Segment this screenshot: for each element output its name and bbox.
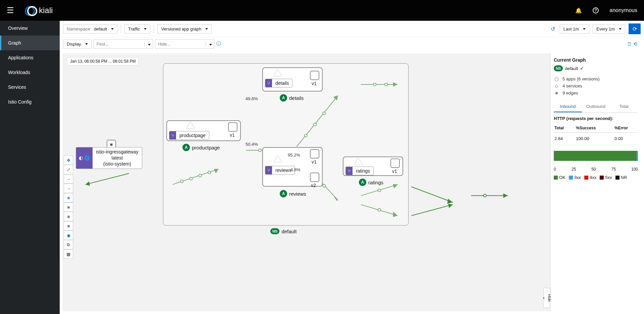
table-row: 2.84 100.00 0.00: [554, 133, 638, 145]
help-icon[interactable]: ?: [593, 7, 599, 13]
chevron-right-icon: »: [542, 297, 546, 299]
caret-down-icon: [583, 28, 586, 30]
map-tool[interactable]: ▦: [64, 249, 73, 259]
service-triangle-icon: [274, 155, 282, 162]
legend-item: NR: [615, 175, 627, 180]
service-productpage[interactable]: ⑂ productpage: [169, 131, 209, 140]
caret-down-icon: [111, 28, 114, 30]
sidebar-item-workloads[interactable]: Workloads: [0, 65, 60, 80]
canvas-area: Jan 13, 06:00:58 PM ... 06:01:58 PM ✥ ⤢ …: [62, 53, 641, 311]
find-input-wrap: [94, 39, 153, 49]
svg-marker-28: [448, 204, 453, 208]
sidebar-item-istio-config[interactable]: Istio Config: [0, 95, 60, 109]
layout5-tool[interactable]: ⋇: [64, 212, 73, 221]
layout3-tool[interactable]: ⋇: [64, 193, 73, 202]
hide-panel-button[interactable]: Hide »: [543, 288, 550, 308]
gateway-node[interactable]: ◐ 🌐 istio-ingressgateway latest (istio-s…: [76, 147, 142, 169]
version-productpage-v1[interactable]: [228, 122, 237, 132]
hide-dropdown[interactable]: [206, 42, 214, 47]
sidebar-item-overview[interactable]: Overview: [0, 21, 60, 36]
service-triangle-icon: [274, 69, 282, 76]
version-reviews-v1[interactable]: [310, 149, 319, 159]
find-input[interactable]: [94, 40, 144, 48]
tour-icon[interactable]: ⍰: [628, 41, 631, 47]
tab-outbound[interactable]: Outbound: [582, 101, 610, 112]
legend-item: OK: [554, 175, 566, 180]
sidebar-item-graph[interactable]: Graph: [0, 36, 60, 50]
layout6-tool[interactable]: ⋇: [64, 221, 73, 231]
caret-down-icon: [144, 28, 147, 30]
fit-tool[interactable]: ⤢: [64, 165, 73, 174]
app-name: kiali: [39, 6, 53, 15]
display-selector[interactable]: Display: [63, 40, 92, 49]
hamburger-menu[interactable]: ☰: [7, 6, 14, 15]
edges-icon: ⋇: [554, 90, 559, 96]
right-panel: Current Graph NS default ✔ ▢5 apps (6 ve…: [550, 53, 641, 311]
app-label-details: Adetails: [280, 94, 304, 102]
tab-total[interactable]: Total: [610, 101, 638, 112]
hide-input-wrap: [155, 39, 214, 49]
svg-marker-1: [85, 181, 90, 186]
namespace-label: NS default: [270, 228, 297, 234]
caret-down-icon: [85, 43, 88, 45]
svg-marker-31: [503, 193, 508, 198]
version-ratings-v1[interactable]: [390, 159, 400, 168]
panel-tabs: Inbound Outbound Total: [554, 101, 638, 113]
drag-tool[interactable]: ✥: [64, 155, 73, 165]
caret-down-icon: [205, 28, 208, 30]
app-label-ratings: Aratings: [359, 179, 383, 186]
hide-input[interactable]: [155, 40, 206, 48]
services-icon: ◇: [554, 83, 559, 88]
secondary-toolbar: Display ⓘ ⍰ ⟲: [60, 37, 644, 51]
app-label-productpage: Aproductpage: [182, 144, 220, 151]
bell-icon[interactable]: 🔔: [575, 7, 582, 14]
legend-tool[interactable]: ◉: [64, 231, 73, 240]
service-triangle-icon: [354, 158, 362, 165]
branch-icon: ⑂: [346, 167, 353, 175]
legend-item: 4xx: [584, 175, 596, 180]
settings-tool[interactable]: ⚙: [64, 240, 73, 249]
layout1-tool[interactable]: →: [64, 174, 73, 184]
version-reviews-v2[interactable]: [310, 173, 319, 182]
replay-icon[interactable]: ⟲: [633, 41, 637, 47]
gateway-icon: ◐ 🌐: [76, 147, 93, 169]
check-icon: ✔: [580, 66, 584, 71]
primary-toolbar: Namespace: default Traffic Versioned app…: [60, 21, 644, 37]
info-icon[interactable]: ⓘ: [216, 41, 221, 47]
kiali-logo-icon: [25, 5, 36, 16]
service-ratings[interactable]: ⑂ ratings: [345, 167, 374, 175]
branch-icon: ⑂: [265, 166, 272, 174]
tab-inbound[interactable]: Inbound: [554, 101, 582, 112]
layout4-tool[interactable]: ⋇: [64, 202, 73, 212]
timestamp: Jan 13, 06:00:58 PM ... 06:01:58 PM: [67, 57, 139, 65]
apps-icon: ▢: [554, 76, 559, 81]
branch-icon: ⑂: [265, 79, 272, 87]
find-dropdown[interactable]: [144, 42, 153, 47]
panel-title: Current Graph: [554, 57, 638, 63]
sidebar-item-services[interactable]: Services: [0, 80, 60, 95]
app-label-reviews: Areviews: [280, 190, 306, 197]
sidebar-item-applications[interactable]: Applications: [0, 50, 60, 65]
legend-item: 3xx: [569, 175, 581, 180]
service-triangle-icon: [186, 122, 195, 128]
http-bar-chart: 0 25 50 75 100 OK3xx4xx5xxNR: [554, 151, 638, 180]
traffic-selector[interactable]: Traffic: [124, 24, 150, 34]
history-icon[interactable]: ↺: [551, 26, 555, 32]
panel-namespace: NS default ✔: [554, 65, 638, 71]
user-label[interactable]: anonymous: [609, 7, 637, 13]
refresh-interval-selector[interactable]: Every 1m: [593, 24, 625, 34]
namespace-selector[interactable]: Namespace: default: [63, 24, 117, 34]
graph-type-selector[interactable]: Versioned app graph: [157, 24, 212, 34]
graph-canvas[interactable]: ⋇ ◐ 🌐 istio-ingressgateway latest (istio…: [62, 53, 550, 311]
legend-item: 5xx: [600, 175, 612, 180]
service-details[interactable]: ⑂ details: [265, 79, 292, 87]
branch-icon: ⑂: [169, 131, 176, 139]
refresh-button[interactable]: ⟳: [629, 23, 641, 34]
svg-point-30: [483, 194, 486, 197]
version-details-v1[interactable]: [310, 71, 319, 80]
svg-line-0: [85, 173, 129, 184]
layout2-tool[interactable]: →: [64, 184, 73, 193]
svg-marker-27: [447, 199, 452, 204]
sidebar: Overview Graph Applications Workloads Se…: [0, 21, 60, 314]
time-range-selector[interactable]: Last 1m: [560, 24, 589, 34]
